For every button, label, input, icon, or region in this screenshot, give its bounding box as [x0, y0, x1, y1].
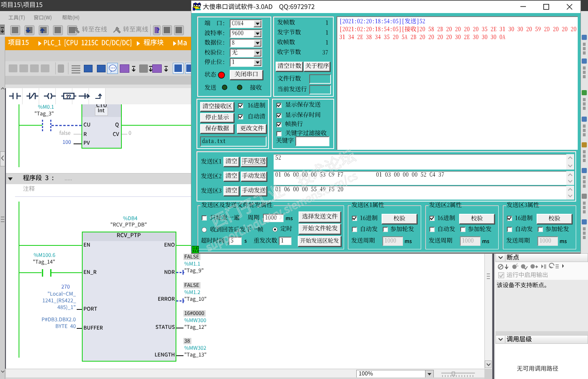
svg-text:??: ?? — [66, 94, 71, 99]
